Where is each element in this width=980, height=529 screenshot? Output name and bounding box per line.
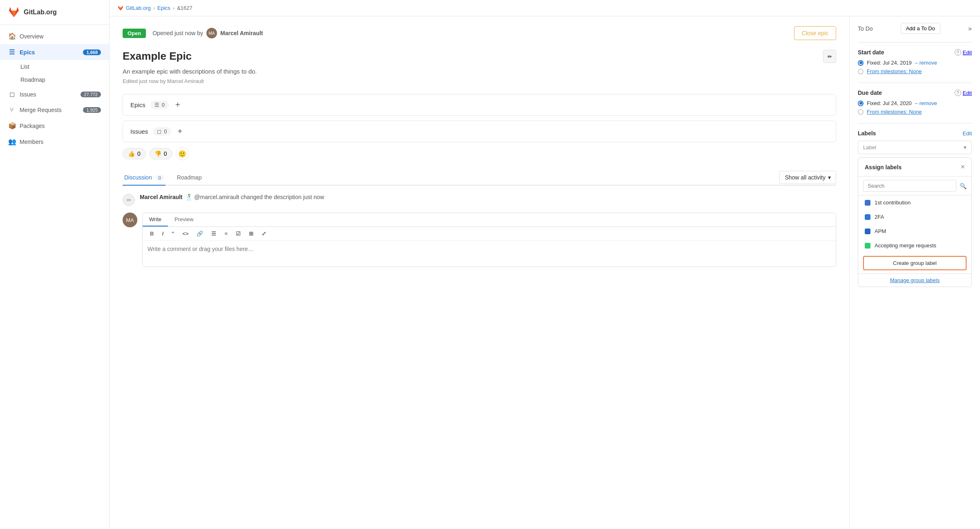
expand-button[interactable]: » — [968, 25, 972, 32]
epics-badge: 1,668 — [83, 49, 101, 55]
labels-edit[interactable]: Edit — [963, 130, 972, 137]
manage-labels-link[interactable]: Manage group labels — [858, 273, 971, 287]
labels-dropdown[interactable]: Label ▾ — [858, 141, 972, 154]
label-item[interactable]: 2FA — [858, 210, 971, 224]
due-date-milestone-option: From milestones: None — [858, 109, 972, 115]
write-tab-label: Write — [149, 216, 161, 222]
sidebar-item-members[interactable]: 👥 Members — [0, 134, 109, 150]
comment-edit-button[interactable]: ✏ — [123, 194, 135, 206]
discussion-tabs: Discussion 0 Roadmap Show all activity ▾ — [123, 170, 836, 186]
sidebar-item-list[interactable]: List — [0, 60, 109, 73]
thumbsup-reaction[interactable]: 👍 0 — [123, 148, 146, 159]
comment-box-wrapper: MA Write Preview B I " <> — [123, 213, 836, 267]
label-color-dot — [865, 229, 870, 234]
members-icon: 👥 — [8, 138, 16, 146]
start-date-edit[interactable]: Edit — [963, 49, 972, 56]
link-button[interactable]: 🔗 — [194, 229, 206, 238]
due-date-remove[interactable]: – remove — [915, 100, 937, 106]
label-item[interactable]: 1st contribution — [858, 195, 971, 210]
label-item[interactable]: Accepting merge requests — [858, 238, 971, 253]
comment-item: ✏ Marcel Amirault 🕺 @marcel.amirault cha… — [123, 194, 836, 206]
activity-button-label: Show all activity — [785, 174, 826, 181]
ordered-list-button[interactable]: ≡ — [222, 229, 230, 238]
sidebar-list-label: List — [20, 63, 29, 70]
activity-dropdown[interactable]: Show all activity ▾ — [779, 171, 836, 184]
code-button[interactable]: <> — [180, 229, 191, 238]
label-color-dot — [865, 214, 870, 220]
epic-edited: Edited just now by Marcel Amirault — [123, 78, 836, 84]
todo-row: To Do Add a To Do » — [858, 23, 972, 34]
italic-button[interactable]: I — [159, 229, 166, 238]
epic-title: Example Epic — [123, 50, 192, 63]
fullscreen-button[interactable]: ⤢ — [259, 229, 268, 238]
checklist-button[interactable]: ☑ — [233, 229, 243, 238]
start-date-remove[interactable]: – remove — [915, 60, 937, 66]
merge-requests-icon: ⑂ — [8, 106, 16, 114]
start-date-title: Start date — [858, 49, 884, 56]
sidebar-item-epics-label: Epics — [20, 49, 35, 56]
popup-close-button[interactable]: × — [960, 163, 965, 171]
sidebar-item-roadmap[interactable]: Roadmap — [0, 73, 109, 86]
sidebar-item-overview[interactable]: 🏠 Overview — [0, 28, 109, 44]
divider3 — [858, 123, 972, 123]
packages-icon: 📦 — [8, 122, 16, 130]
epic-title-row: Example Epic ✏ — [123, 50, 836, 63]
start-date-fixed-text: Fixed: Jul 24, 2019 — [867, 60, 912, 66]
start-date-fixed-radio[interactable] — [858, 60, 864, 66]
label-name: Accepting merge requests — [875, 242, 936, 249]
sidebar-item-issues[interactable]: ◻ Issues 27,772 — [0, 86, 109, 102]
sidebar-header: GitLab.org — [0, 0, 109, 25]
label-list: 1st contribution2FAAPMAccepting merge re… — [858, 195, 971, 253]
roadmap-tab-label: Roadmap — [177, 174, 202, 181]
write-tab[interactable]: Write — [143, 213, 168, 226]
add-issues-button[interactable]: + — [178, 127, 183, 136]
chevron-down-labels-icon: ▾ — [964, 144, 967, 150]
due-date-fixed-radio[interactable] — [858, 101, 864, 106]
breadcrumb-gitlab[interactable]: GitLab.org — [126, 5, 151, 11]
due-date-label: Due date — [858, 90, 882, 96]
start-date-milestone-radio[interactable] — [858, 69, 864, 74]
due-date-edit[interactable]: Edit — [963, 90, 972, 96]
labels-title: Labels — [858, 130, 876, 137]
preview-tab[interactable]: Preview — [168, 213, 200, 226]
table-button[interactable]: ⊞ — [246, 229, 256, 238]
search-input[interactable] — [863, 180, 956, 192]
breadcrumb-epics[interactable]: Epics — [157, 5, 170, 11]
preview-tab-label: Preview — [175, 216, 193, 222]
epics-count: ☰ 0 — [150, 101, 169, 109]
blockquote-button[interactable]: " — [169, 229, 177, 238]
epics-count-num: 0 — [162, 102, 165, 108]
label-item[interactable]: APM — [858, 224, 971, 238]
due-date-milestone-text[interactable]: From milestones: None — [867, 109, 922, 115]
list-button[interactable]: ☰ — [209, 229, 219, 238]
add-emoji-button[interactable]: 🙂 — [176, 147, 189, 160]
pencil-icon: ✏ — [828, 54, 832, 60]
mr-badge: 1,925 — [83, 107, 101, 113]
due-date-help-icon[interactable]: ? — [955, 90, 961, 96]
sidebar-item-epics[interactable]: ☰ Epics 1,668 — [0, 44, 109, 60]
epics-children-section: Epics ☰ 0 + — [123, 94, 836, 116]
add-todo-button[interactable]: Add a To Do — [901, 23, 940, 34]
thumbsdown-reaction[interactable]: 👎 0 — [149, 148, 172, 159]
sidebar-item-packages[interactable]: 📦 Packages — [0, 118, 109, 134]
tab-roadmap[interactable]: Roadmap — [175, 170, 204, 185]
due-date-milestone-radio[interactable] — [858, 109, 864, 115]
create-group-label-button[interactable]: Create group label — [863, 256, 967, 270]
comment-body: @marcel.amirault changed the description… — [194, 194, 324, 200]
edit-title-button[interactable]: ✏ — [823, 50, 836, 63]
add-epics-button[interactable]: + — [175, 100, 180, 110]
due-date-title: Due date — [858, 90, 882, 96]
sidebar-item-merge-requests[interactable]: ⑂ Merge Requests 1,925 — [0, 102, 109, 118]
bold-button[interactable]: B — [148, 229, 156, 238]
thumbsdown-emoji: 👎 — [154, 150, 161, 157]
comment-textarea[interactable] — [143, 241, 836, 265]
start-date-milestone-text[interactable]: From milestones: None — [867, 68, 922, 74]
start-date-help-icon[interactable]: ? — [955, 49, 961, 56]
due-date-edit-group: ? Edit — [955, 90, 972, 96]
status-text: Opened just now by MA Marcel Amirault — [152, 28, 263, 38]
close-epic-button[interactable]: Close epic — [794, 26, 836, 40]
popup-header: Assign labels × — [858, 158, 971, 177]
start-date-section: Start date ? Edit Fixed: Jul 24, 2019 – … — [858, 49, 972, 74]
issues-count-icon: ◻ — [157, 128, 161, 134]
tab-discussion[interactable]: Discussion 0 — [123, 170, 166, 186]
